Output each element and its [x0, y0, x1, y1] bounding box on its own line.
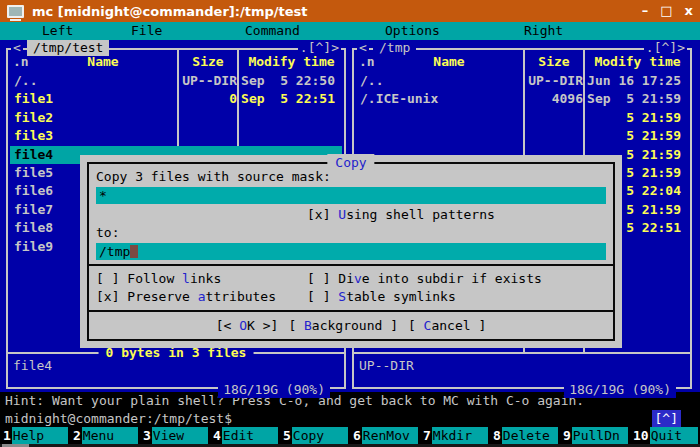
terminal-icon [7, 5, 24, 18]
column-header-modify-time[interactable]: Modify time [585, 53, 690, 71]
hotkey-letter: B [304, 318, 312, 333]
fkey-label: Delete [502, 427, 558, 444]
cell-size: UP--DIR [181, 72, 241, 90]
menu-item-command[interactable]: Command [245, 22, 300, 40]
destination-value: /tmp [99, 244, 130, 259]
hotkey-letter: U [338, 207, 346, 222]
fkey-view[interactable]: 3View [142, 427, 208, 444]
cell-name [356, 109, 527, 127]
checkbox-follow-links[interactable]: [ ] Follow links [96, 270, 307, 288]
copy-options: [ ] Follow links[ ] Dive into subdir if … [96, 270, 606, 306]
background-button[interactable]: [ Background ] [288, 318, 398, 333]
cell-time: Sep 5 21:59 [587, 90, 688, 108]
fkey-delete[interactable]: 8Delete [492, 427, 558, 444]
cancel-button[interactable]: [ Cancel ] [408, 318, 486, 333]
fkey-number: 10 [632, 427, 650, 444]
fkey-copy[interactable]: 5Copy [282, 427, 348, 444]
fkey-help[interactable]: 1Help [2, 427, 68, 444]
fkey-label: Copy [292, 427, 348, 444]
column-header-name[interactable]: Name [28, 53, 178, 71]
cell-time: 5 21:59 [587, 127, 688, 145]
destination-input[interactable]: /tmp [96, 243, 606, 260]
menu-item-options[interactable]: Options [385, 22, 440, 40]
checkbox-stable-symlinks[interactable]: [ ] Stable symlinks [307, 288, 606, 306]
to-label: to: [96, 224, 606, 242]
panel-area: < /tmp/test .[^]> .n Name Size Modify ti… [0, 40, 700, 392]
hotkey-letter: v [354, 271, 362, 286]
stats-separator [354, 352, 690, 354]
hotkey-letter: a [198, 289, 206, 304]
close-button[interactable]: x [685, 1, 693, 21]
menu-item-right[interactable]: Right [524, 22, 563, 40]
fkey-pulldn[interactable]: 9PullDn [562, 427, 628, 444]
fkey-edit[interactable]: 4Edit [212, 427, 278, 444]
column-header-size[interactable]: Size [179, 53, 237, 71]
fkey-number: 3 [142, 427, 152, 444]
cell-name: file3 [10, 127, 181, 145]
checkbox-preserve-attributes[interactable]: [x] Preserve attributes [96, 288, 307, 306]
sort-indicator[interactable]: .n [359, 53, 375, 71]
fkey-number: 9 [562, 427, 572, 444]
cell-time [241, 127, 342, 145]
hotkey-letter: O [239, 318, 247, 333]
column-header-modify-time[interactable]: Modify time [239, 53, 344, 71]
sort-indicator[interactable]: .n [13, 53, 29, 71]
minimize-button[interactable]: – [642, 1, 649, 21]
dialog-buttons: [< OK >][ Background ][ Cancel ] [96, 318, 606, 333]
window-title: mc [midnight@commander]:/tmp/test [32, 4, 308, 19]
cell-size [181, 109, 241, 127]
cell-size: 0 [181, 90, 241, 108]
text-cursor [130, 245, 138, 258]
cell-time: Sep 5 22:50 [241, 72, 342, 90]
menu-item-file[interactable]: File [131, 22, 162, 40]
file-row[interactable]: /..UP--DIRSep 5 22:50 [10, 72, 342, 90]
column-header-name[interactable]: Name [374, 53, 524, 71]
cell-name: /.ICE-unix [356, 90, 527, 108]
cell-size [181, 127, 241, 145]
file-row[interactable]: /..UP--DIRJun 16 17:25 [356, 72, 688, 90]
disk-usage: 18G/19G (90%) [564, 382, 676, 398]
cell-time [241, 109, 342, 127]
source-mask-input[interactable]: * [96, 187, 606, 204]
file-row[interactable]: file3 [10, 127, 342, 145]
hotkey-letter: l [182, 271, 190, 286]
file-row[interactable]: file10Sep 5 22:51 [10, 90, 342, 108]
shell-prompt[interactable]: midnight@commander:/tmp/test$ [5, 410, 232, 428]
fkey-quit[interactable]: 10Quit [632, 427, 698, 444]
file-row[interactable]: file2 [10, 109, 342, 127]
dialog-separator [89, 264, 613, 266]
maximize-button[interactable]: □ [660, 1, 672, 21]
ok-button[interactable]: [< OK >] [216, 318, 279, 333]
fkey-label: Menu [82, 427, 138, 444]
copy-dialog-frame: Copy Copy 3 files with source mask: * [x… [87, 162, 615, 341]
fkey-label: PullDn [572, 427, 628, 444]
fkey-number: 1 [2, 427, 12, 444]
fkey-label: Mkdir [432, 427, 488, 444]
window-titlebar: mc [midnight@commander]:/tmp/test – □ x [0, 0, 700, 22]
file-row[interactable]: 5 21:59 [356, 109, 688, 127]
shell-patterns-checkbox[interactable]: [x] Using shell patterns [96, 206, 606, 224]
history-badge[interactable]: [^] [652, 410, 681, 427]
cell-time: Sep 5 22:51 [241, 90, 342, 108]
menu-bar: LeftFileCommandOptionsRight [0, 22, 700, 40]
file-row[interactable]: /.ICE-unix4096Sep 5 21:59 [356, 90, 688, 108]
cell-size: UP--DIR [527, 72, 587, 90]
cell-time: Jun 16 17:25 [587, 72, 688, 90]
fkey-menu[interactable]: 2Menu [72, 427, 138, 444]
mini-status: UP--DIR [359, 357, 414, 375]
fkey-renmov[interactable]: 6RenMov [352, 427, 418, 444]
dialog-title: Copy [327, 154, 374, 171]
fkey-number: 6 [352, 427, 362, 444]
column-header-size[interactable]: Size [525, 53, 583, 71]
fkey-label: RenMov [362, 427, 418, 444]
file-row[interactable]: 5 21:59 [356, 127, 688, 145]
fkey-mkdir[interactable]: 7Mkdir [422, 427, 488, 444]
cell-name: /.. [10, 72, 181, 90]
menu-item-left[interactable]: Left [42, 22, 73, 40]
checkbox-dive-into-subdir-if-exists[interactable]: [ ] Dive into subdir if exists [307, 270, 606, 288]
cell-size [527, 127, 587, 145]
mini-status: file4 [13, 357, 52, 375]
dialog-separator [89, 310, 613, 312]
hotkey-letter: C [424, 318, 432, 333]
window-controls: – □ x [642, 1, 693, 21]
